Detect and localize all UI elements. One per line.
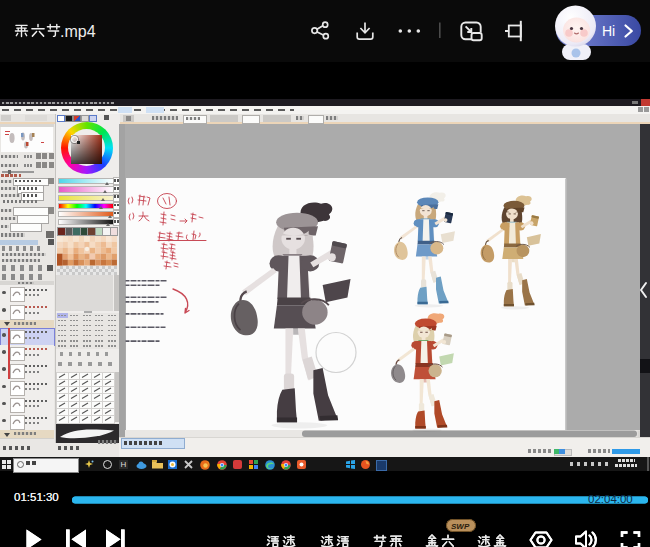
svg-text:Hi: Hi: [602, 23, 615, 39]
svg-text:01:51:30: 01:51:30: [14, 491, 59, 503]
svg-text:02:04:00: 02:04:00: [588, 493, 633, 505]
svg-text:.mp4: .mp4: [60, 23, 96, 40]
svg-text:SWP: SWP: [451, 522, 470, 531]
